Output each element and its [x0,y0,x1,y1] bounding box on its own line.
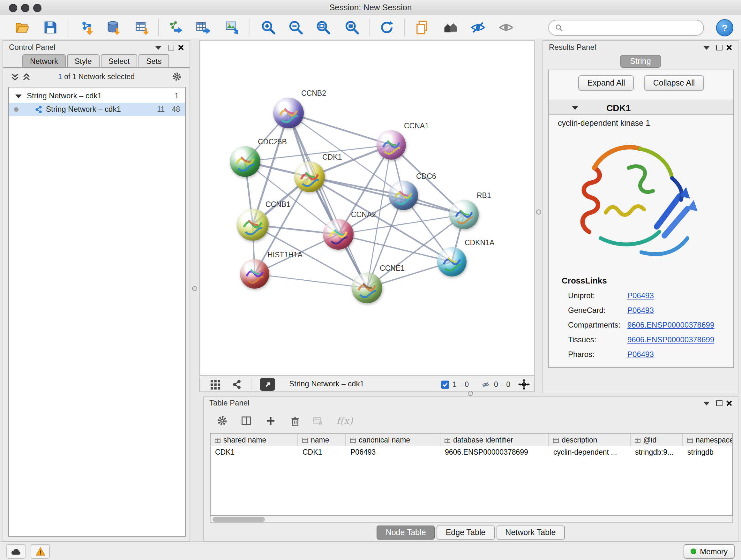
cell-canonical-name[interactable]: P06493 [346,446,441,458]
clone-network-button[interactable] [165,17,186,38]
zoom-selected-button[interactable] [341,17,362,38]
network-edge[interactable] [255,274,367,288]
column-header-database-identifier[interactable]: database identifier [441,434,549,446]
column-header-shared-name[interactable]: shared name [211,434,298,446]
column-header-namespace[interactable]: namespace [683,434,733,446]
network-row-selected[interactable]: String Network – cdk1 11 48 [9,103,185,116]
delete-column-button[interactable] [285,411,305,430]
tree-caret-icon[interactable] [15,95,22,98]
tab-network-table[interactable]: Network Table [496,525,564,540]
show-all-button[interactable] [495,17,517,38]
network-node-CCNB1[interactable] [237,209,269,241]
birdseye-toggle-button[interactable] [210,378,221,391]
section-caret-icon[interactable] [572,106,578,110]
current-network-indicator[interactable] [14,107,18,112]
network-overview-button[interactable] [232,378,242,391]
network-node-CCNB2[interactable] [273,98,304,128]
network-edge[interactable] [288,113,367,288]
float-panel-icon[interactable] [716,400,723,406]
tab-network[interactable]: Network [22,54,66,68]
memory-button[interactable]: Memory [683,544,735,559]
cell-description[interactable]: cyclin-dependent ... [549,446,630,458]
network-node-CCNA2[interactable] [323,219,354,250]
function-builder-button-disabled[interactable]: f(x) [331,411,358,430]
create-column-button[interactable] [261,411,280,430]
cloud-status-button[interactable] [6,544,25,559]
hide-selected-button[interactable] [467,17,489,38]
duplicate-document-button[interactable] [411,17,433,38]
scrollbar-thumb[interactable] [212,517,265,521]
close-panel-icon[interactable] [726,44,733,51]
close-panel-icon[interactable] [726,400,733,407]
network-node-CCNA1[interactable] [377,130,406,160]
collapse-all-button[interactable]: Collapse All [644,75,704,91]
panel-menu-caret-icon[interactable] [155,46,161,50]
cell-shared-name[interactable]: CDK1 [211,446,298,458]
zoom-fit-button[interactable] [312,17,334,38]
zoom-in-button[interactable] [257,17,279,38]
tab-sets[interactable]: Sets [138,54,169,68]
close-panel-icon[interactable] [178,44,185,51]
export-image-button[interactable] [221,17,243,38]
save-session-button[interactable] [40,17,61,38]
cell-name[interactable]: CDK1 [298,446,346,458]
network-node-CDC6[interactable] [389,181,418,210]
tab-style[interactable]: Style [67,54,99,68]
expand-all-button[interactable]: Expand All [579,75,634,91]
network-edge[interactable] [288,113,391,145]
compartments-link[interactable]: 9606.ENSP00000378699 [627,320,714,329]
open-session-button[interactable] [11,17,33,38]
help-button[interactable]: ? [716,19,733,37]
import-table-file-button[interactable] [131,17,152,38]
network-canvas[interactable]: CCNB2CCNA1CDC25BCDK1CDC6RB1CCNB1CCNA2CDK… [199,40,535,375]
search-box[interactable] [548,20,704,36]
network-edge[interactable] [310,177,464,214]
pharos-link[interactable]: P06493 [627,350,654,359]
splitter-handle[interactable] [468,391,473,396]
show-columns-button[interactable] [237,411,256,430]
hidden-eye-slash-icon[interactable] [481,380,491,388]
gene-section-header[interactable]: CDK1 [549,100,733,115]
cell-namespace[interactable]: stringdb [683,446,733,458]
tab-edge-table[interactable]: Edge Table [437,525,495,540]
delete-table-button-disabled[interactable] [308,411,327,430]
uniprot-link[interactable]: P06493 [627,291,654,300]
import-network-database-button[interactable] [103,17,125,38]
gear-icon[interactable] [172,71,182,82]
refresh-view-button[interactable] [376,17,398,38]
zoom-out-button[interactable] [285,17,307,38]
export-table-button[interactable] [192,17,214,38]
float-panel-icon[interactable] [168,45,174,51]
tab-string[interactable]: String [620,55,661,68]
splitter-handle[interactable] [192,286,197,291]
tab-select[interactable]: Select [100,54,137,68]
network-node-HIST1H1A[interactable] [240,259,269,289]
open-in-new-window-button[interactable] [260,378,275,391]
network-node-CCNE1[interactable] [352,273,382,303]
splitter-handle[interactable] [536,209,541,214]
tissues-link[interactable]: 9606.ENSP00000378699 [627,335,714,344]
table-settings-button[interactable] [212,411,232,430]
network-node-RB1[interactable] [449,200,479,229]
warnings-button[interactable] [30,544,50,559]
column-header-description[interactable]: description [549,434,630,446]
import-network-file-button[interactable] [76,17,98,38]
tab-node-table[interactable]: Node Table [377,525,435,540]
search-input[interactable] [567,23,697,32]
horizontal-scrollbar[interactable] [210,516,733,523]
cell-database-identifier[interactable]: 9606.ENSP00000378699 [441,446,549,458]
cell-id[interactable]: stringdb:9... [630,446,683,458]
network-node-CDK1[interactable] [294,162,325,192]
birdseye-home-button[interactable] [440,17,461,38]
column-header-canonical-name[interactable]: canonical name [346,434,441,446]
selected-checkbox-icon[interactable] [441,380,449,388]
pan-tool-button[interactable] [518,378,530,391]
network-collection-row[interactable]: String Network – cdk1 1 [9,89,185,103]
panel-menu-caret-icon[interactable] [703,46,710,50]
column-header-name[interactable]: name [298,434,346,446]
network-node-CDKN1A[interactable] [437,247,467,276]
network-node-CDC25B[interactable] [230,146,260,177]
genecard-link[interactable]: P06493 [627,306,654,315]
panel-menu-caret-icon[interactable] [703,401,710,406]
table-row[interactable]: CDK1 CDK1 P06493 9606.ENSP00000378699 cy… [211,446,732,458]
